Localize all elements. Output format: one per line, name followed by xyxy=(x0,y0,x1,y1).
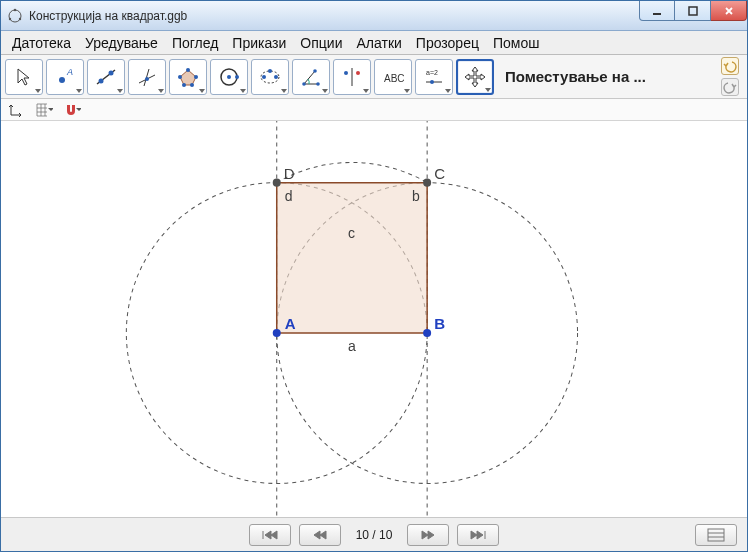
svg-point-24 xyxy=(262,75,266,79)
close-button[interactable] xyxy=(711,1,747,21)
menu-options[interactable]: Опции xyxy=(293,33,349,53)
svg-rect-4 xyxy=(653,13,661,15)
svg-point-27 xyxy=(302,82,306,86)
label-b: b xyxy=(412,188,420,204)
svg-point-26 xyxy=(268,69,272,73)
table-icon xyxy=(707,528,725,542)
menu-edit[interactable]: Уредување xyxy=(78,33,165,53)
label-B: B xyxy=(434,315,445,332)
svg-point-0 xyxy=(9,10,21,22)
svg-rect-5 xyxy=(689,7,697,15)
svg-point-1 xyxy=(14,8,16,10)
chevron-down-icon xyxy=(76,108,81,112)
app-icon xyxy=(7,8,23,24)
tool-reflect[interactable] xyxy=(333,59,371,95)
tool-circle[interactable] xyxy=(210,59,248,95)
svg-point-9 xyxy=(99,78,104,83)
tool-move-view[interactable] xyxy=(456,59,494,95)
window-buttons xyxy=(639,1,747,30)
undo-button[interactable] xyxy=(721,57,739,75)
menu-perspectives[interactable]: Прикази xyxy=(225,33,293,53)
move-view-icon xyxy=(462,64,488,90)
chevron-down-icon xyxy=(48,108,53,112)
prev-icon xyxy=(310,529,330,541)
svg-point-3 xyxy=(9,17,11,19)
axes-icon xyxy=(8,102,24,118)
perpendicular-icon xyxy=(135,65,159,89)
magnet-icon xyxy=(63,102,75,118)
svg-point-28 xyxy=(316,82,320,86)
svg-point-29 xyxy=(313,69,317,73)
tool-slider[interactable]: a=2 xyxy=(415,59,453,95)
svg-point-25 xyxy=(274,75,278,79)
grid-icon xyxy=(35,102,47,118)
tool-conic[interactable] xyxy=(251,59,289,95)
stylebar xyxy=(1,99,747,121)
window-title: Конструкција на квадрат.ggb xyxy=(29,9,639,23)
svg-point-13 xyxy=(145,77,149,81)
tool-point[interactable]: A xyxy=(46,59,84,95)
line-icon xyxy=(94,65,118,89)
navigation-bar: 10 / 10 xyxy=(1,517,747,551)
svg-marker-14 xyxy=(180,70,196,85)
toolbar: A ABC xyxy=(1,55,747,99)
menubar: Датотека Уредување Поглед Прикази Опции … xyxy=(1,31,747,55)
svg-text:a=2: a=2 xyxy=(426,69,438,76)
nav-first-button[interactable] xyxy=(249,524,291,546)
label-A: A xyxy=(285,315,296,332)
minimize-button[interactable] xyxy=(639,1,675,21)
polygon-icon xyxy=(176,65,200,89)
reflect-icon xyxy=(340,65,364,89)
tool-description: Поместување на ... xyxy=(497,68,718,85)
svg-point-44 xyxy=(423,179,431,187)
svg-point-16 xyxy=(194,75,198,79)
nav-last-button[interactable] xyxy=(457,524,499,546)
svg-point-42 xyxy=(273,329,281,337)
toolbar-right xyxy=(721,57,743,96)
graphics-view[interactable]: A B C D a b c d xyxy=(1,121,747,517)
point-capture[interactable] xyxy=(63,101,81,119)
tool-angle[interactable] xyxy=(292,59,330,95)
menu-file[interactable]: Датотека xyxy=(5,33,78,53)
point-icon: A xyxy=(53,65,77,89)
tool-line[interactable] xyxy=(87,59,125,95)
label-D: D xyxy=(284,165,295,182)
tool-text[interactable]: ABC xyxy=(374,59,412,95)
svg-point-22 xyxy=(235,75,239,79)
construction-svg: A B C D a b c d xyxy=(1,121,747,517)
tool-move[interactable] xyxy=(5,59,43,95)
app-window: Конструкција на квадрат.ggb Датотека Уре… xyxy=(0,0,748,552)
svg-point-17 xyxy=(190,83,194,87)
axes-toggle[interactable] xyxy=(7,101,25,119)
svg-point-6 xyxy=(59,77,65,83)
slider-icon: a=2 xyxy=(422,65,446,89)
redo-button[interactable] xyxy=(721,78,739,96)
svg-point-32 xyxy=(356,71,360,75)
tool-polygon[interactable] xyxy=(169,59,207,95)
svg-point-10 xyxy=(109,70,114,75)
svg-point-36 xyxy=(430,80,434,84)
nav-next-button[interactable] xyxy=(407,524,449,546)
circle-icon xyxy=(217,65,241,89)
grid-toggle[interactable] xyxy=(35,101,53,119)
construction-protocol-button[interactable] xyxy=(695,524,737,546)
svg-point-19 xyxy=(178,75,182,79)
svg-marker-41 xyxy=(277,183,427,333)
menu-tools[interactable]: Алатки xyxy=(349,33,408,53)
label-C: C xyxy=(434,165,445,182)
tool-perpendicular[interactable] xyxy=(128,59,166,95)
undo-icon xyxy=(723,59,737,73)
skip-first-icon xyxy=(260,529,280,541)
svg-point-15 xyxy=(186,68,190,72)
svg-point-2 xyxy=(19,17,21,19)
menu-window[interactable]: Прозорец xyxy=(409,33,486,53)
svg-point-43 xyxy=(423,329,431,337)
nav-prev-button[interactable] xyxy=(299,524,341,546)
menu-help[interactable]: Помош xyxy=(486,33,547,53)
titlebar: Конструкција на квадрат.ggb xyxy=(1,1,747,31)
ellipse-icon xyxy=(258,65,282,89)
menu-view[interactable]: Поглед xyxy=(165,33,225,53)
angle-icon xyxy=(299,65,323,89)
step-counter: 10 / 10 xyxy=(349,528,399,542)
maximize-button[interactable] xyxy=(675,1,711,21)
